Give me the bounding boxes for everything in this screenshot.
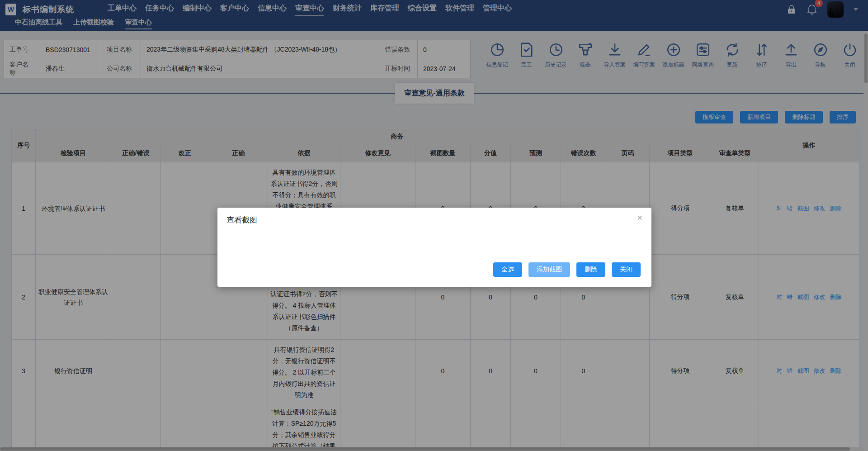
close-icon[interactable]: ×: [637, 213, 642, 222]
dialog-footer: 全选 添加截图 删除 关闭: [493, 262, 641, 277]
delete-button[interactable]: 删除: [576, 262, 605, 277]
select-all-button[interactable]: 全选: [493, 262, 522, 277]
view-screenshot-dialog: 查看截图 × 全选 添加截图 删除 关闭: [217, 208, 651, 287]
add-screenshot-button[interactable]: 添加截图: [528, 262, 570, 277]
dialog-title: 查看截图: [226, 215, 257, 225]
close-button[interactable]: 关闭: [612, 262, 641, 277]
